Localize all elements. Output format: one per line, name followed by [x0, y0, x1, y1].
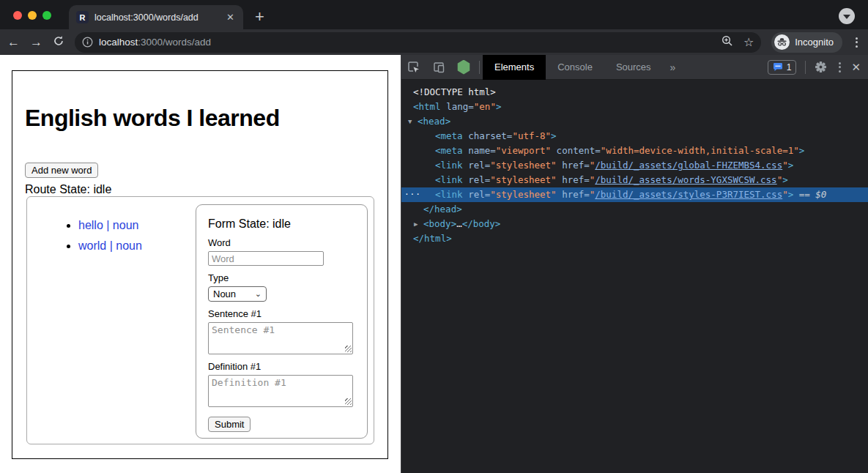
browser-window: R localhost:3000/words/add ✕ + ← → loc [0, 0, 868, 473]
devtools-menu-button[interactable] [833, 62, 847, 72]
devtools-code-line[interactable]: <meta charset="utf-8"> [401, 129, 868, 144]
word-label: Word [208, 237, 355, 248]
browser-toolbar: ← → localhost:3000/words/add [0, 29, 868, 55]
site-info-icon[interactable] [82, 37, 93, 48]
back-button[interactable]: ← [7, 36, 20, 48]
traffic-lights [13, 11, 51, 20]
words-panel: hello | nounworld | noun Form State: idl… [26, 196, 374, 444]
toolbar-divider [479, 61, 480, 74]
sentence-textarea[interactable] [208, 322, 353, 354]
collapse-arrow-icon[interactable]: ▶ [414, 217, 423, 231]
devtools-settings-button[interactable] [809, 61, 833, 73]
type-label: Type [208, 272, 355, 283]
devtools-toolbar: ElementsConsoleSources » 1 [401, 55, 868, 80]
chevron-down-icon: ⌄ [255, 289, 261, 299]
devtools-code-line[interactable]: <meta name="viewport" content="width=dev… [401, 144, 868, 158]
devtools-code-line[interactable]: <html lang="en"> [401, 100, 868, 114]
tab-title: localhost:3000/words/add [94, 12, 219, 23]
page-viewport: English words I learned Add new word Rou… [0, 55, 401, 473]
devtools-panel: ElementsConsoleSources » 1 [401, 55, 868, 473]
elements-tree: <!DOCTYPE html><html lang="en">▼<head><m… [401, 80, 868, 473]
devtools-code-line-selected[interactable]: ···<link rel="stylesheet" href="/build/_… [401, 187, 868, 202]
forward-button[interactable]: → [30, 36, 42, 48]
resize-grip-icon[interactable] [345, 398, 352, 405]
devtools-tab-elements[interactable]: Elements [483, 55, 546, 80]
devtools-code-line[interactable]: <link rel="stylesheet" href="/build/_ass… [401, 158, 868, 173]
devtools-code-line[interactable]: ▶<body>…</body> [401, 217, 868, 231]
add-word-form: Form State: idle Word Type Noun ⌄ Senten… [196, 204, 368, 439]
word-link[interactable]: world | noun [78, 239, 142, 252]
extension-hexagon-icon[interactable] [451, 60, 476, 75]
more-tabs-button[interactable]: » [663, 62, 683, 73]
browser-menu-button[interactable] [853, 37, 861, 48]
expand-arrow-icon[interactable]: ▼ [408, 114, 418, 129]
url-text: localhost:3000/words/add [99, 37, 716, 48]
inspect-element-button[interactable] [401, 61, 426, 74]
devtools-code-line[interactable]: </head> [401, 202, 868, 217]
sentence-label: Sentence #1 [208, 308, 355, 319]
reload-icon [53, 35, 64, 47]
word-input[interactable] [208, 251, 324, 266]
devtools-code-line[interactable]: <!DOCTYPE html> [401, 85, 868, 100]
close-window-button[interactable] [13, 11, 22, 20]
incognito-label: Incognito [795, 37, 834, 48]
devtools-code-line[interactable]: ▼<head> [401, 114, 868, 129]
browser-tab[interactable]: R localhost:3000/words/add ✕ [69, 5, 243, 29]
type-select[interactable]: Noun ⌄ [208, 286, 267, 302]
type-select-value: Noun [213, 288, 236, 299]
add-new-word-button[interactable]: Add new word [25, 163, 98, 178]
form-state-text: Form State: idle [208, 217, 355, 231]
devtools-close-button[interactable]: ✕ [847, 61, 868, 74]
definition-textarea[interactable] [208, 375, 353, 407]
bookmark-star-icon[interactable]: ☆ [743, 35, 754, 49]
devtools-code-line[interactable]: </html> [401, 231, 868, 246]
devtools-code-line[interactable]: <link rel="stylesheet" href="/build/_ass… [401, 173, 868, 187]
reload-button[interactable] [53, 35, 64, 49]
word-link[interactable]: hello | noun [78, 219, 138, 231]
incognito-badge: Incognito [771, 32, 842, 53]
definition-label: Definition #1 [208, 361, 355, 372]
devtools-tab-sources[interactable]: Sources [604, 55, 663, 80]
gear-icon [815, 61, 827, 73]
tab-overview-button[interactable] [839, 8, 855, 24]
zoom-icon[interactable] [722, 35, 733, 50]
submit-button[interactable]: Submit [208, 417, 251, 432]
maximize-window-button[interactable] [42, 11, 51, 20]
new-tab-button[interactable]: + [255, 6, 264, 28]
page-title: English words I learned [25, 105, 375, 132]
address-bar[interactable]: localhost:3000/words/add ☆ [75, 32, 761, 53]
route-state-text: Route State: idle [25, 183, 375, 196]
tab-close-icon[interactable]: ✕ [225, 12, 236, 23]
toolbar-divider [805, 61, 806, 74]
page-container: English words I learned Add new word Rou… [12, 70, 388, 459]
device-toolbar-button[interactable] [426, 61, 451, 74]
line-overflow-dots-icon: ··· [404, 187, 421, 202]
issues-counter[interactable]: 1 [768, 60, 797, 75]
minimize-window-button[interactable] [28, 11, 37, 20]
incognito-icon [774, 34, 790, 50]
resize-grip-icon[interactable] [345, 346, 352, 352]
devtools-tab-console[interactable]: Console [546, 55, 604, 80]
chevron-down-icon [843, 15, 850, 19]
remix-favicon-icon: R [76, 11, 89, 23]
tab-strip: R localhost:3000/words/add ✕ + [0, 0, 868, 29]
message-bubble-icon [773, 62, 783, 72]
